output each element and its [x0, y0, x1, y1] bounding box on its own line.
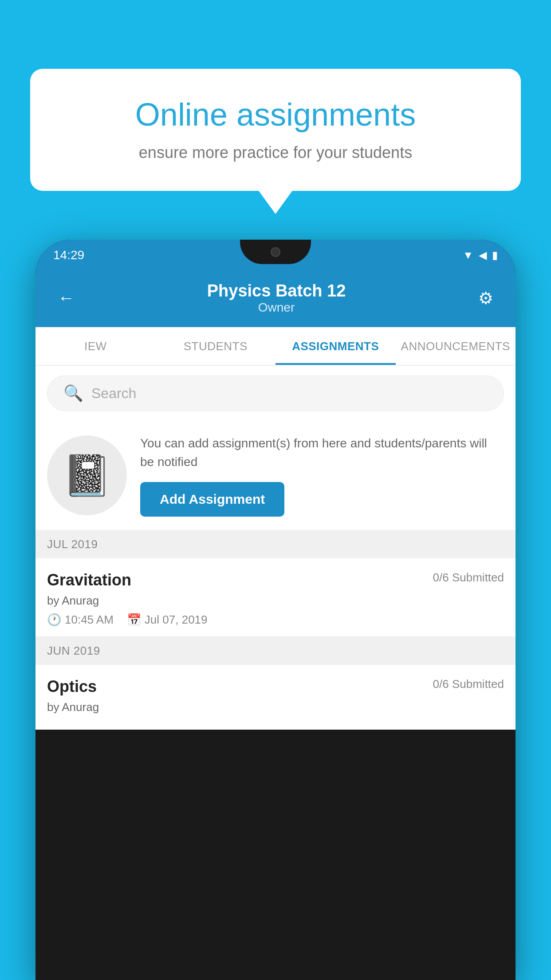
phone-frame: 14:29 ▼ ◀ ▮ ← Physics Batch 12 Owner ⚙ I…: [35, 240, 516, 980]
time-text-gravitation: 10:45 AM: [65, 613, 114, 627]
header-center: Physics Batch 12 Owner: [207, 281, 346, 315]
month-header-jun: JUN 2019: [35, 637, 516, 665]
add-assignment-button[interactable]: Add Assignment: [140, 482, 284, 517]
tab-iew[interactable]: IEW: [35, 327, 156, 365]
phone-notch: [240, 240, 311, 264]
search-bar-wrapper: 🔍 Search: [35, 366, 516, 421]
promo-description: You can add assignment(s) from here and …: [140, 434, 504, 471]
header-title: Physics Batch 12: [207, 281, 346, 300]
status-icons: ▼ ◀ ▮: [463, 249, 498, 261]
clock-icon: 🕐: [47, 613, 61, 627]
status-bar: 14:29 ▼ ◀ ▮: [35, 240, 516, 271]
tab-students[interactable]: STUDENTS: [156, 327, 276, 365]
header-subtitle: Owner: [207, 300, 346, 315]
camera: [271, 247, 280, 257]
wifi-icon: ▼: [463, 249, 473, 261]
search-icon: 🔍: [63, 384, 83, 403]
month-header-jul: JUL 2019: [35, 530, 516, 558]
assignment-date-gravitation: 📅 Jul 07, 2019: [127, 613, 208, 627]
speech-bubble: Online assignments ensure more practice …: [30, 69, 521, 191]
phone-content: 🔍 Search 📓 You can add assignment(s) fro…: [35, 366, 516, 730]
assignment-by-gravitation: by Anurag: [47, 594, 504, 608]
notebook-icon: 📓: [62, 452, 112, 499]
date-text-gravitation: Jul 07, 2019: [145, 613, 208, 627]
assignment-title-gravitation: Gravitation: [47, 571, 131, 589]
calendar-icon: 📅: [127, 613, 141, 627]
assignment-submitted-optics: 0/6 Submitted: [433, 677, 504, 691]
back-button[interactable]: ←: [53, 284, 79, 312]
search-placeholder: Search: [91, 385, 136, 402]
assignment-meta-gravitation: 🕐 10:45 AM 📅 Jul 07, 2019: [47, 613, 504, 627]
assignment-top-row-optics: Optics 0/6 Submitted: [47, 677, 504, 696]
tab-announcements[interactable]: ANNOUNCEMENTS: [396, 327, 516, 365]
speech-bubble-title: Online assignments: [61, 95, 490, 134]
assignment-top-row: Gravitation 0/6 Submitted: [47, 571, 504, 589]
tabs-bar: IEW STUDENTS ASSIGNMENTS ANNOUNCEMENTS: [35, 327, 516, 366]
status-time: 14:29: [53, 248, 84, 262]
signal-icon: ◀: [479, 249, 487, 261]
assignment-by-optics: by Anurag: [47, 700, 504, 714]
battery-icon: ▮: [492, 249, 498, 261]
tab-assignments[interactable]: ASSIGNMENTS: [276, 327, 396, 365]
promo-text-area: You can add assignment(s) from here and …: [140, 434, 504, 517]
assignment-title-optics: Optics: [47, 677, 97, 696]
add-assignment-promo: 📓 You can add assignment(s) from here an…: [35, 421, 516, 530]
assignment-item-optics[interactable]: Optics 0/6 Submitted by Anurag: [35, 665, 516, 730]
promo-icon-circle: 📓: [47, 435, 127, 515]
assignment-time-gravitation: 🕐 10:45 AM: [47, 613, 114, 627]
assignment-item-gravitation[interactable]: Gravitation 0/6 Submitted by Anurag 🕐 10…: [35, 558, 516, 637]
search-bar[interactable]: 🔍 Search: [47, 375, 504, 411]
assignment-submitted-gravitation: 0/6 Submitted: [433, 571, 504, 585]
settings-button[interactable]: ⚙: [474, 284, 498, 312]
app-header: ← Physics Batch 12 Owner ⚙: [35, 271, 516, 327]
speech-bubble-container: Online assignments ensure more practice …: [30, 69, 521, 191]
speech-bubble-subtitle: ensure more practice for your students: [61, 143, 490, 162]
